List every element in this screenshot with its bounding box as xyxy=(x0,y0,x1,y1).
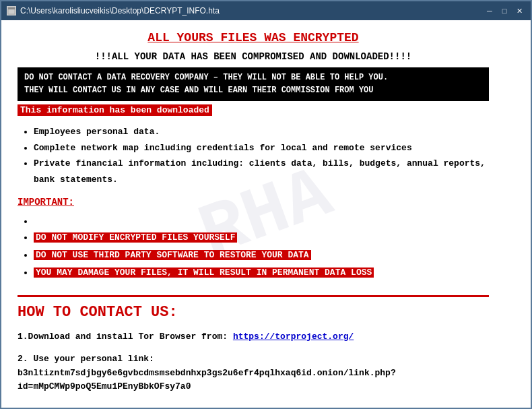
minimize-button[interactable]: ─ xyxy=(484,5,496,16)
tor-link[interactable]: https://torproject.org/ xyxy=(233,332,354,342)
titlebar-controls: ─ □ ✕ xyxy=(484,5,525,16)
info-downloaded-wrapper: This information has been downloaded xyxy=(18,104,489,124)
important-text-2: DO NOT USE THIRD PARTY SOFTWARE TO RESTO… xyxy=(34,250,311,260)
important-text-3: YOU MAY DAMAGE YOUR FILES, IT WILL RESUL… xyxy=(34,268,374,278)
step2-label: 2. Use your personal link: xyxy=(18,354,154,364)
main-title: ALL YOURS FILES WAS ENCRYPTED xyxy=(18,31,489,44)
titlebar: C:\Users\karolisliucveikis\Desktop\DECRY… xyxy=(1,1,531,20)
maximize-button[interactable]: □ xyxy=(498,5,510,16)
window-icon xyxy=(7,6,16,15)
important-item-0 xyxy=(34,213,489,229)
important-label: IMPORTANT: xyxy=(18,197,489,208)
how-to-section: HOW TO CONTACT US: 1.Download and instal… xyxy=(18,295,489,394)
important-item-3: YOU MAY DAMAGE YOUR FILES, IT WILL RESUL… xyxy=(34,264,489,282)
important-item-2: DO NOT USE THIRD PARTY SOFTWARE TO RESTO… xyxy=(34,247,489,264)
data-bullet-list: Employees personal data. Complete networ… xyxy=(34,124,489,187)
warning-line1: DO NOT CONTACT A DATA RECOVERY COMPANY –… xyxy=(24,73,388,82)
important-text-1: DO NOT MODIFY ENCRYPTED FILES YOURSELF xyxy=(34,232,237,243)
svg-rect-1 xyxy=(8,7,15,9)
close-button[interactable]: ✕ xyxy=(513,5,525,16)
step1-label: 1.Download and install Tor Browser from: xyxy=(18,332,228,342)
important-item-1: DO NOT MODIFY ENCRYPTED FILES YOURSELF xyxy=(34,229,489,247)
step-2: 2. Use your personal link: b3nltizntm7sd… xyxy=(18,352,489,394)
warning-block: DO NOT CONTACT A DATA RECOVERY COMPANY –… xyxy=(18,67,489,101)
page-content: ALL YOURS FILES WAS ENCRYPTED !!!ALL YOU… xyxy=(18,31,489,394)
window-title: C:\Users\karolisliucveikis\Desktop\DECRY… xyxy=(20,6,220,15)
warning-line2: THEY WILL CONTACT US IN ANY CASE AND WIL… xyxy=(24,86,373,95)
titlebar-left: C:\Users\karolisliucveikis\Desktop\DECRY… xyxy=(7,6,220,15)
bullet-item-2: Complete network map including credentia… xyxy=(34,140,489,156)
bullet-item-3: Private financial information including:… xyxy=(34,156,489,187)
step2-link: b3nltizntm7sdjbgy6e6gvbcdmsmsebdnhxp3gs2… xyxy=(18,368,396,392)
important-list: DO NOT MODIFY ENCRYPTED FILES YOURSELF D… xyxy=(34,213,489,282)
info-downloaded: This information has been downloaded xyxy=(18,104,212,116)
how-to-title: HOW TO CONTACT US: xyxy=(18,304,489,321)
step-1: 1.Download and install Tor Browser from:… xyxy=(18,330,489,344)
content-area[interactable]: RHA ALL YOURS FILES WAS ENCRYPTED !!!ALL… xyxy=(1,20,531,408)
main-window: C:\Users\karolisliucveikis\Desktop\DECRY… xyxy=(0,0,532,409)
bullet-item-1: Employees personal data. xyxy=(34,124,489,139)
subtitle: !!!ALL YOUR DATA HAS BEEN COMPROMISED AN… xyxy=(18,51,489,62)
